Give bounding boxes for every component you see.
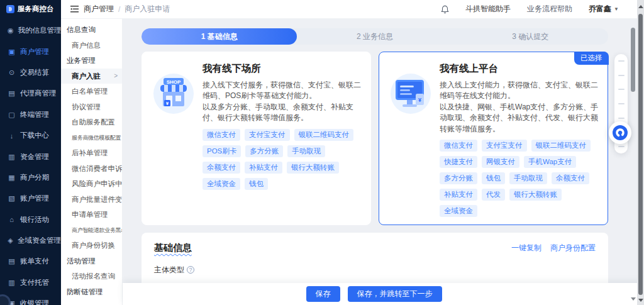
capability-tag: 多方分账 (440, 172, 477, 184)
submenu-item-label: 商户信息 (72, 42, 101, 49)
svg-text:¥: ¥ (166, 101, 169, 106)
submenu-item-label: 业务管理 (67, 57, 96, 64)
stepper-step[interactable]: 3 确认提交 (453, 28, 608, 45)
logo-icon (6, 5, 14, 13)
shop-icon: SHOP ¥ (151, 60, 196, 217)
terminal-icon: ▢ (8, 111, 16, 119)
offline-card-desc1: 接入线下支付服务，获得微信、支付宝、银联二维码、POS刷卡等基础支付能力。 (203, 80, 362, 102)
capability-tag: 手动取现 (287, 145, 325, 157)
stepper-step[interactable]: 2 业务信息 (297, 28, 452, 45)
footer-action-bar: 保存 保存，并跳转至下一步 (123, 283, 644, 305)
scroll-down-icon[interactable] (631, 297, 636, 301)
submenu-item[interactable]: 业务管理 (61, 53, 122, 69)
online-card[interactable]: 已选择 ¥ 我有线上平台 (379, 52, 608, 225)
sidebar-item[interactable]: ▥ 资金管理 (0, 146, 61, 167)
sidebar-item[interactable]: ▧ 账户管理 (0, 188, 61, 209)
sidebar-item[interactable]: ▣ 商户管理 (0, 41, 61, 62)
submenu-item[interactable]: 商户批量进件变更 (61, 192, 122, 208)
submenu-item[interactable]: 防断链管理 (61, 284, 122, 300)
stepper-step[interactable]: 1 基础信息 (142, 28, 297, 45)
page-scrollbar-thumb[interactable] (638, 14, 643, 295)
stepper-step-label: 3 确认提交 (512, 31, 548, 42)
save-and-next-button[interactable]: 保存，并跳转至下一步 (348, 286, 442, 302)
assistant-button[interactable] (609, 121, 631, 144)
submenu-item[interactable]: 商户入驻 > (61, 69, 122, 84)
content-scrollbar-thumb[interactable] (631, 28, 635, 92)
topbar-actions: 斗拱智能助手 业务流程帮助 乔富鑫 ▼ (441, 4, 644, 14)
entry-type-cards: SHOP ¥ 我有线下场所 接入线下支付服务，获得微信、支付宝、银联二 (142, 52, 608, 225)
submenu-item[interactable]: 协议管理 (61, 99, 122, 115)
sidebar-item[interactable]: ▤ 代理商管理 (0, 83, 61, 104)
main-content: 1 基础信息 2 业务信息 3 确认提交 SHOP (123, 19, 644, 305)
submenu-item[interactable]: 后补单管理 (61, 145, 122, 161)
account-icon: ▧ (8, 194, 16, 202)
submenu-item[interactable]: 风险商户申诉中心 (61, 176, 122, 192)
submenu-item-label: 后补单管理 (72, 149, 108, 157)
logo[interactable]: 服务商控台 (0, 0, 61, 19)
sidebar-item-label: 全域资金管理 (18, 236, 61, 245)
breadcrumb-section[interactable]: 商户管理 (84, 4, 114, 14)
submenu-item[interactable]: 微信消费者申诉 (61, 161, 122, 177)
sidebar-item[interactable]: ▥ 支付托管 (0, 272, 61, 293)
capability-tag: 全域资金 (440, 205, 477, 217)
content-scrollbar[interactable] (630, 19, 636, 305)
save-button[interactable]: 保存 (306, 286, 340, 302)
sidebar-item-label: 账单支付 (20, 257, 49, 266)
page-scrollbar[interactable] (637, 0, 644, 305)
one-key-copy-link[interactable]: 一键复制 (511, 243, 541, 253)
assistant-link[interactable]: 斗拱智能助手 (465, 4, 511, 14)
sidebar-item[interactable]: ◉ 我的信息管理 (0, 20, 61, 41)
submenu-item-label: 风险商户申诉中心 (72, 180, 122, 187)
scroll-up-icon[interactable] (638, 5, 643, 8)
capability-tag: 手动取现 (509, 172, 547, 184)
sidebar-item[interactable]: ⌂ 银行活动 (0, 209, 61, 230)
submenu-item[interactable]: 服务商微信模板配置 (61, 130, 122, 146)
capability-tag: 支付宝支付 (482, 140, 527, 152)
sidebar-item[interactable]: ↓ 下载中心 (0, 125, 61, 146)
sidebar-item-label: 商户管理 (20, 47, 49, 57)
sidebar-item-label: 账户管理 (20, 194, 49, 203)
submenu-item[interactable]: 申请单管理 (61, 207, 122, 223)
bill-pay-icon: ▤ (8, 257, 16, 265)
submenu-item[interactable]: 白名单管理 (61, 84, 122, 99)
monitor-icon: ¥ (388, 60, 433, 217)
stepper: 1 基础信息 2 业务信息 3 确认提交 (142, 28, 608, 45)
online-card-desc2: 以及快捷、网银、手机Wap支付、多方分账、手动取现、余额支付、补贴支付、代发、银… (440, 102, 599, 135)
capability-tag: 银行大额转账 (509, 189, 562, 201)
chevron-down-icon: ▼ (614, 6, 619, 12)
topbar: 服务商控台 商户管理 / 商户入驻申请 斗拱智能助手 业务流程帮助 乔富鑫 ▼ (0, 0, 644, 19)
online-card-tags: 微信支付支付宝支付银联二维码支付快捷支付网银支付手机Wap支付多方分账钱包手动取… (440, 140, 599, 217)
sidebar-item[interactable]: ▦ 商户分期 (0, 167, 61, 188)
capability-tag: 余额支付 (203, 162, 240, 174)
merchant-identity-config-link[interactable]: 商户身份配置 (550, 243, 596, 253)
submenu-item[interactable]: 商户身份切换 (61, 238, 122, 253)
capability-tag: POS刷卡 (203, 145, 241, 157)
submenu-item-label: 微信消费者申诉 (72, 165, 122, 172)
online-card-desc1: 接入线上支付能力，获得微信、支付宝、银联二维码等在线支付能力。 (440, 80, 599, 102)
sidebar-item[interactable]: ◈ 全域资金管理 (0, 230, 61, 251)
capability-tag: 快捷支付 (440, 156, 477, 168)
submenu-item[interactable]: 活动报名查询 (61, 269, 122, 284)
submenu-item[interactable]: 活动管理 (61, 253, 122, 269)
bank-activity-icon: ⌂ (8, 216, 16, 223)
collapse-menu-icon[interactable] (70, 6, 79, 13)
submenu-item[interactable]: 商户智能退款业务黑名单 (61, 223, 122, 238)
process-help-link[interactable]: 业务流程帮助 (527, 4, 572, 14)
user-name: 乔富鑫 (589, 4, 611, 14)
submenu-item[interactable]: 信息查询 (61, 22, 122, 38)
capability-tag: 微信支付 (203, 129, 240, 141)
sidebar-item-label: 下载中心 (20, 131, 49, 140)
sidebar-item[interactable]: ⊙ 交易结算 (0, 62, 61, 83)
help-icon[interactable]: ? (187, 266, 194, 274)
breadcrumb-page: 商户入驻申请 (125, 4, 170, 14)
scroll-down-icon[interactable] (638, 299, 643, 302)
offline-card[interactable]: SHOP ¥ 我有线下场所 接入线下支付服务，获得微信、支付宝、银联二 (142, 52, 371, 225)
bell-icon[interactable] (441, 5, 449, 14)
sidebar-item[interactable]: ▢ 终端管理 (0, 104, 61, 125)
sidebar-item-label: 终端管理 (20, 110, 49, 119)
sidebar-item[interactable]: ▤ 账单支付 (0, 251, 61, 272)
breadcrumb-separator: / (118, 5, 120, 14)
submenu-item[interactable]: 自助服务配置 (61, 114, 122, 130)
submenu-item[interactable]: 商户信息 (61, 38, 122, 53)
user-menu[interactable]: 乔富鑫 ▼ (589, 4, 619, 14)
